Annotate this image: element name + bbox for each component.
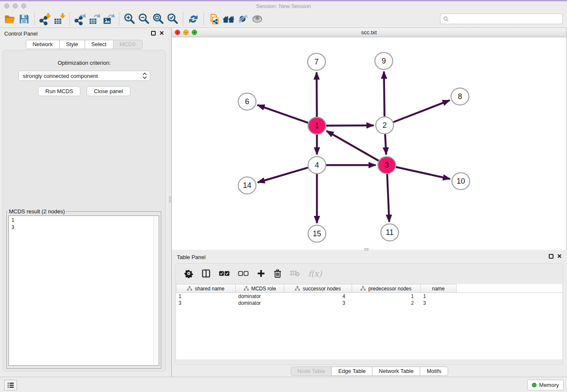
table-cell[interactable]: 3	[284, 300, 352, 306]
add-column-icon[interactable]	[257, 268, 265, 279]
table-row[interactable]: 3dominator323	[176, 300, 562, 306]
graph-edge-3-10[interactable]	[396, 167, 450, 179]
unselect-all-columns-icon[interactable]	[238, 268, 249, 279]
svg-text:8: 8	[458, 92, 462, 101]
graph-node-1[interactable]: 1	[308, 117, 326, 134]
graph-edge-3-1[interactable]	[327, 131, 379, 160]
hide-selected-icon[interactable]	[236, 12, 250, 26]
tab-network-table[interactable]: Network Table	[372, 367, 420, 376]
svg-text:2: 2	[383, 121, 387, 130]
column-header-successor-nodes[interactable]: successor nodes	[284, 284, 352, 293]
graph-edge-1-7[interactable]	[317, 72, 317, 117]
delete-columns-icon[interactable]	[273, 268, 282, 279]
table-cell[interactable]: 3	[176, 300, 236, 306]
svg-text:4: 4	[315, 161, 319, 169]
graph-edge-2-8[interactable]	[394, 100, 450, 122]
table-cell[interactable]: 3	[421, 300, 457, 306]
column-header-MCDS-role[interactable]: MCDS role	[236, 284, 284, 293]
column-header-shared-name[interactable]: shared name	[176, 284, 236, 293]
zoom-in-icon[interactable]	[122, 12, 137, 26]
graph-node-3[interactable]: 3	[378, 157, 396, 174]
show-all-icon[interactable]	[250, 12, 264, 26]
table-cell[interactable]: 2	[352, 300, 421, 306]
open-file-icon[interactable]	[3, 12, 17, 26]
export-image-icon[interactable]	[102, 12, 116, 26]
tab-edge-table[interactable]: Edge Table	[331, 367, 372, 376]
close-panel-button[interactable]: Close panel	[87, 86, 130, 96]
graph-edge-3-11[interactable]	[387, 174, 389, 222]
table-row[interactable]: 1dominator411	[176, 293, 562, 300]
optimization-criterion-select[interactable]: strongly connected component	[18, 71, 150, 81]
table-cell[interactable]: dominator	[236, 300, 284, 306]
mcds-result-list[interactable]: 13	[8, 215, 159, 366]
zoom-out-icon[interactable]	[137, 12, 151, 26]
network-canvas[interactable]: 7968124314101511	[172, 37, 566, 249]
table-cell[interactable]: 1	[421, 293, 457, 300]
graph-edge-2-9[interactable]	[384, 72, 384, 116]
app-titlebar: Session: New Session	[0, 1, 567, 10]
close-panel-icon[interactable]: ✕	[159, 30, 164, 36]
graph-node-2[interactable]: 2	[376, 117, 394, 134]
graph-edge-1-6[interactable]	[258, 105, 308, 123]
graph-node-8[interactable]: 8	[451, 88, 469, 105]
run-mcds-button[interactable]: Run MCDS	[38, 86, 80, 96]
graph-edge-4-14[interactable]	[258, 168, 308, 182]
task-history-button[interactable]	[4, 380, 17, 390]
memory-button[interactable]: Memory	[527, 380, 564, 390]
tab-select[interactable]: Select	[85, 40, 113, 49]
tab-motifs[interactable]: Motifs	[420, 367, 448, 376]
duplicate-network-icon[interactable]	[207, 12, 221, 26]
table-cell[interactable]: 1	[352, 293, 421, 300]
zoom-fit-icon[interactable]	[151, 12, 165, 26]
tab-node-table[interactable]: Node Table	[291, 367, 332, 376]
graph-node-10[interactable]: 10	[452, 173, 470, 190]
svg-text:10: 10	[457, 177, 465, 185]
float-table-panel-icon[interactable]	[549, 254, 553, 259]
optimization-criterion-label: Optimization criterion:	[3, 60, 165, 66]
table-cell[interactable]: dominator	[236, 293, 284, 300]
select-all-columns-icon[interactable]	[219, 268, 230, 279]
table-cell[interactable]: 4	[284, 293, 352, 300]
first-neighbors-icon[interactable]	[221, 12, 236, 26]
table-cell[interactable]: 1	[176, 293, 236, 300]
splitter-grip[interactable]	[169, 196, 171, 203]
column-type-icon	[295, 286, 300, 291]
table-options-icon[interactable]	[184, 268, 193, 279]
graph-node-7[interactable]: 7	[308, 53, 325, 70]
import-network-icon[interactable]	[38, 12, 52, 26]
tab-network[interactable]: Network	[26, 40, 60, 49]
column-mode-icon[interactable]	[201, 268, 211, 279]
graph-edge-1-2[interactable]	[326, 125, 374, 126]
list-icon	[7, 382, 14, 388]
refresh-icon[interactable]	[186, 12, 201, 26]
search-input[interactable]	[449, 16, 562, 22]
graph-edge-2-3[interactable]	[385, 134, 386, 155]
close-table-panel-icon[interactable]: ✕	[557, 253, 562, 259]
mcds-result-line: 1	[11, 217, 156, 224]
svg-text:7: 7	[314, 58, 319, 66]
graph-node-4[interactable]: 4	[308, 157, 326, 174]
select-stepper-icon	[141, 72, 148, 80]
graph-node-11[interactable]: 11	[381, 224, 399, 241]
search-box[interactable]	[440, 14, 563, 24]
graph-node-15[interactable]: 15	[308, 225, 326, 242]
graph-node-6[interactable]: 6	[238, 93, 256, 110]
import-table-icon[interactable]	[52, 12, 66, 26]
svg-text:9: 9	[382, 57, 386, 65]
network-window-titlebar[interactable]: x − + scc.txt	[172, 28, 566, 37]
canvas-resize-grip[interactable]	[364, 248, 369, 251]
float-panel-icon[interactable]	[151, 31, 156, 36]
export-table-icon[interactable]	[87, 12, 102, 26]
export-network-icon[interactable]	[73, 12, 87, 26]
column-type-icon	[361, 286, 366, 291]
tab-mcds[interactable]: MCDS	[113, 40, 143, 49]
zoom-selected-icon[interactable]	[165, 12, 180, 26]
tab-style[interactable]: Style	[59, 40, 85, 49]
column-header-name[interactable]: name	[421, 284, 457, 293]
panel-splitter[interactable]	[168, 28, 172, 377]
save-session-icon[interactable]	[17, 12, 31, 26]
graph-node-14[interactable]: 14	[238, 177, 256, 194]
column-header-predecessor-nodes[interactable]: predecessor nodes	[352, 284, 421, 293]
result-scrollbar[interactable]	[153, 216, 158, 365]
graph-node-9[interactable]: 9	[375, 52, 393, 69]
